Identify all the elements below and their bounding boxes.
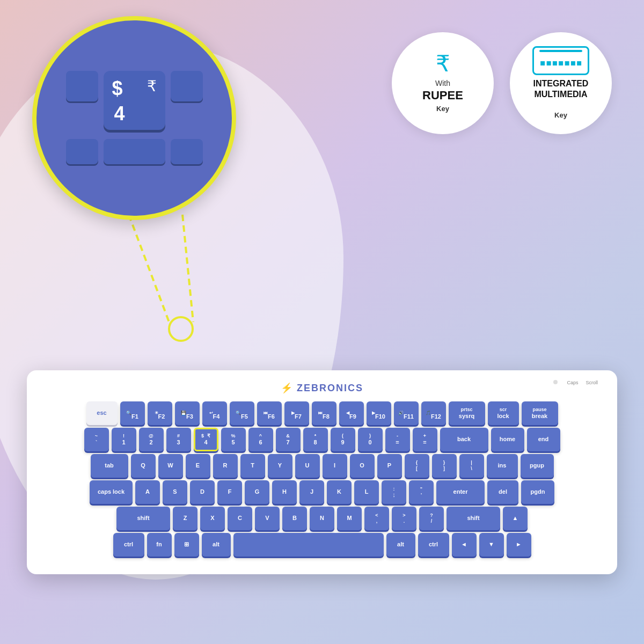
key-x[interactable]: X — [200, 507, 225, 530]
key-end[interactable]: end — [527, 428, 560, 451]
key-j[interactable]: J — [299, 480, 324, 504]
key-ctrl-left[interactable]: ctrl — [113, 533, 144, 557]
key-r[interactable]: R — [213, 454, 238, 478]
key-0[interactable]: )0 — [358, 428, 383, 451]
key-space[interactable] — [233, 533, 384, 557]
qwerty-row: tab Q W E R T Y U I O P {[ }] |\ ins pgu… — [42, 454, 602, 478]
key-arrow-down[interactable]: ▼ — [479, 533, 504, 557]
key-5[interactable]: %5 — [221, 428, 246, 451]
key-ctrl-right[interactable]: ctrl — [418, 533, 449, 557]
key-4-rupee[interactable]: $₹4 — [194, 428, 218, 451]
key-enter[interactable]: enter — [436, 480, 485, 504]
key-f11[interactable]: 🔊F11 — [394, 401, 419, 425]
key-f4[interactable]: ↩F4 — [202, 401, 227, 425]
key-n[interactable]: N — [310, 507, 334, 530]
key-q[interactable]: Q — [131, 454, 156, 478]
key-insert[interactable]: ins — [487, 454, 518, 478]
key-p[interactable]: P — [377, 454, 402, 478]
key-f9[interactable]: ◀F9 — [339, 401, 364, 425]
key-f10[interactable]: ▶F10 — [367, 401, 391, 425]
key-f6[interactable]: ⏮F6 — [257, 401, 282, 425]
key-z[interactable]: Z — [173, 507, 197, 530]
key-d[interactable]: D — [190, 480, 215, 504]
key-9[interactable]: (9 — [331, 428, 355, 451]
key-win[interactable]: ⊞ — [174, 533, 199, 557]
key-fn[interactable]: fn — [147, 533, 172, 557]
key-minus[interactable]: -= — [385, 428, 410, 451]
keyboard-indicators: Caps Scroll — [553, 380, 598, 385]
key-comma[interactable]: <, — [364, 507, 389, 530]
key-k[interactable]: K — [327, 480, 352, 504]
key-b[interactable]: B — [282, 507, 307, 530]
key-c[interactable]: C — [228, 507, 252, 530]
key-slash[interactable]: ?/ — [419, 507, 444, 530]
key-shift-right[interactable]: shift — [447, 507, 500, 530]
key-f2[interactable]: ☀F2 — [148, 401, 172, 425]
key-f12[interactable]: 🎵F12 — [421, 401, 446, 425]
bottom-row: ctrl fn ⊞ alt alt ctrl ◄ ▼ ► — [42, 533, 602, 557]
key-arrow-up[interactable]: ▲ — [503, 507, 528, 530]
key-1[interactable]: !1 — [112, 428, 136, 451]
keyboard: ⚡ ZEBRONICS Caps Scroll esc 🔍F1 ☀F2 💾F3 … — [27, 370, 617, 574]
key-semicolon[interactable]: :; — [382, 480, 406, 504]
keyboard-brand: ⚡ ZEBRONICS — [42, 382, 602, 394]
number-key-row: ~` !1 @2 #3 $₹4 %5 ^6 &7 *8 (9 )0 -= += … — [42, 428, 602, 451]
key-arrow-right[interactable]: ► — [507, 533, 531, 557]
key-7[interactable]: &7 — [276, 428, 301, 451]
key-8[interactable]: *8 — [303, 428, 328, 451]
key-f7[interactable]: ▶F7 — [284, 401, 309, 425]
key-backslash[interactable]: |\ — [459, 454, 484, 478]
key-period[interactable]: >. — [392, 507, 416, 530]
key-f5[interactable]: 🔍F5 — [230, 401, 254, 425]
key-quote[interactable]: "' — [409, 480, 434, 504]
key-y[interactable]: Y — [268, 454, 292, 478]
brand-logo: ⚡ — [281, 382, 294, 394]
key-v[interactable]: V — [255, 507, 280, 530]
key-tab[interactable]: tab — [91, 454, 128, 478]
key-u[interactable]: U — [295, 454, 320, 478]
function-key-row: esc 🔍F1 ☀F2 💾F3 ↩F4 🔍F5 ⏮F6 ▶F7 ⏭F8 ◀F9 … — [42, 401, 602, 425]
key-t[interactable]: T — [240, 454, 265, 478]
key-o[interactable]: O — [350, 454, 375, 478]
key-alt-left[interactable]: alt — [202, 533, 231, 557]
key-prtsc[interactable]: prtscsysrq — [449, 401, 485, 425]
rupee-badge: ₹ With RUPEE Key — [392, 32, 494, 134]
key-tilde[interactable]: ~` — [84, 428, 109, 451]
key-s[interactable]: S — [163, 480, 187, 504]
key-shift-left[interactable]: shift — [116, 507, 170, 530]
key-e[interactable]: E — [186, 454, 210, 478]
key-w[interactable]: W — [158, 454, 183, 478]
key-scrlk[interactable]: scrlock — [488, 401, 519, 425]
badges-container: ₹ With RUPEE Key ▪▪▪▪▪▪▪ INTEGRATED MULT… — [392, 32, 612, 134]
key-alt-right[interactable]: alt — [386, 533, 415, 557]
key-pgup[interactable]: pgup — [521, 454, 554, 478]
indicator-dot — [553, 380, 559, 385]
key-l[interactable]: L — [354, 480, 379, 504]
key-f1[interactable]: 🔍F1 — [120, 401, 145, 425]
key-pgdn[interactable]: pgdn — [521, 480, 554, 504]
multimedia-badge: ▪▪▪▪▪▪▪ INTEGRATED MULTIMEDIA Key — [510, 32, 612, 134]
key-f3[interactable]: 💾F3 — [175, 401, 200, 425]
key-capslock[interactable]: caps lock — [90, 480, 133, 504]
key-esc[interactable]: esc — [86, 401, 118, 425]
keyboard-wrapper: ⚡ ZEBRONICS Caps Scroll esc 🔍F1 ☀F2 💾F3 … — [11, 370, 633, 574]
key-bracket-r[interactable]: }] — [432, 454, 457, 478]
zxcv-row: shift Z X C V B N M <, >. ?/ shift ▲ — [42, 507, 602, 530]
key-f[interactable]: F — [217, 480, 242, 504]
key-pause[interactable]: pausebreak — [522, 401, 558, 425]
key-backspace[interactable]: back — [440, 428, 488, 451]
key-h[interactable]: H — [272, 480, 297, 504]
key-equals[interactable]: += — [413, 428, 437, 451]
key-delete[interactable]: del — [487, 480, 518, 504]
key-2[interactable]: @2 — [139, 428, 164, 451]
key-arrow-left[interactable]: ◄ — [452, 533, 477, 557]
key-i[interactable]: I — [323, 454, 347, 478]
key-home[interactable]: home — [491, 428, 524, 451]
key-f8[interactable]: ⏭F8 — [312, 401, 336, 425]
key-g[interactable]: G — [245, 480, 269, 504]
key-3[interactable]: #3 — [166, 428, 191, 451]
key-bracket-l[interactable]: {[ — [405, 454, 429, 478]
key-m[interactable]: M — [337, 507, 362, 530]
key-6[interactable]: ^6 — [248, 428, 273, 451]
key-a[interactable]: A — [135, 480, 160, 504]
